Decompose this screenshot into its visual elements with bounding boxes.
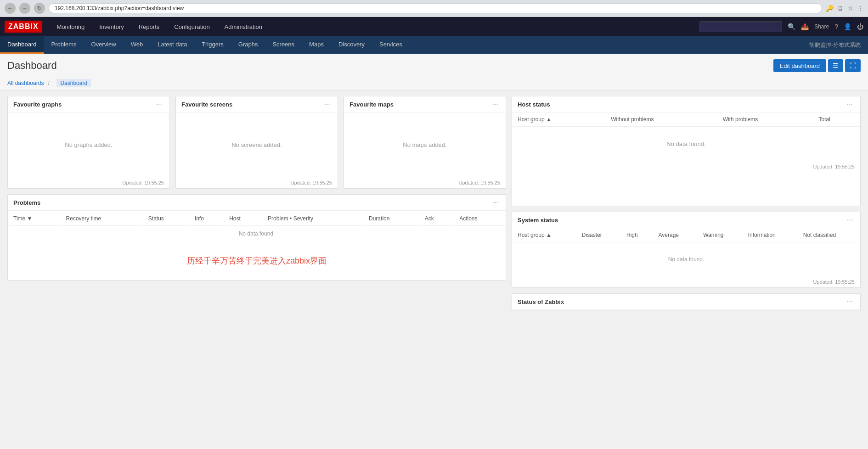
problems-widget: Problems ··· Time ▼ Recovery time Status [7,194,506,281]
star-icon[interactable]: ☆ [847,5,853,12]
sec-nav-services[interactable]: Services [372,36,410,54]
favourite-maps-body: No maps added. [344,112,506,177]
ss-col-high: High [621,228,653,242]
breadcrumb-separator: / [48,80,50,86]
fullscreen-button[interactable]: ⛶ [845,59,861,72]
system-status-header: System status ··· [512,212,860,228]
host-status-table: Host group ▲ Without problems With probl… [512,112,860,161]
sec-nav-right-text: 胡鹏监控-分布式系统 [809,41,868,49]
problems-menu[interactable]: ··· [490,198,500,207]
help-icon[interactable]: ? [834,23,838,30]
ss-col-average: Average [653,228,698,242]
host-status-no-data: No data found. [512,127,860,162]
page-header: Dashboard Edit dashboard ☰ ⛶ [0,54,868,76]
sec-nav-overview[interactable]: Overview [84,36,124,54]
col-ack: Ack [420,212,454,226]
ss-col-not-classified: Not classified [798,228,860,242]
system-status-widget: System status ··· Host group ▲ Disaster … [512,212,861,288]
sec-nav-web[interactable]: Web [124,36,151,54]
breadcrumb: All dashboards / Dashboard [0,76,868,90]
power-icon[interactable]: ⏻ [857,23,863,30]
search-icon[interactable]: 🔍 [788,23,795,30]
favourite-screens-menu[interactable]: ··· [322,100,332,108]
nav-inventory[interactable]: Inventory [92,19,131,35]
sec-nav-screens[interactable]: Screens [265,36,302,54]
ss-col-information: Information [743,228,798,242]
hs-col-without-problems: Without problems [605,112,717,127]
host-status-header: Host status ··· [512,96,860,112]
breadcrumb-all-dashboards[interactable]: All dashboards [7,80,44,86]
system-status-updated: Updated: 19:55:25 [512,276,860,287]
page-header-actions: Edit dashboard ☰ ⛶ [773,59,861,72]
share-icon[interactable]: 📤 [801,23,809,30]
nav-reports[interactable]: Reports [131,19,167,35]
forward-button[interactable]: → [19,3,30,14]
zabbix-logo: ZABBIX [5,21,42,33]
top-nav: ZABBIX Monitoring Inventory Reports Conf… [0,17,868,36]
zabbix-status-menu[interactable]: ··· [845,297,855,306]
favourite-screens-no-data: No screens added. [231,141,282,148]
share-label[interactable]: Share [814,23,829,30]
favourite-screens-widget: Favourite screens ··· No screens added. … [175,96,338,189]
favourite-screens-updated: Updated: 19:55:25 [176,177,338,188]
sec-nav: Dashboard Problems Overview Web Latest d… [0,36,868,54]
zabbix-status-widget: Status of Zabbix ··· [512,293,861,310]
nav-configuration[interactable]: Configuration [167,19,217,35]
favourite-maps-title: Favourite maps [349,101,394,108]
col-time[interactable]: Time ▼ [9,212,61,226]
problems-title: Problems [13,199,40,206]
hs-col-host-group[interactable]: Host group ▲ [512,112,605,127]
dashboard-content: Favourite graphs ··· No graphs added. Up… [0,90,868,316]
nav-administration[interactable]: Administration [217,19,270,35]
url-bar[interactable]: 192.168.200.133/zabbix.php?action=dashbo… [49,3,822,13]
host-status-title: Host status [518,101,550,108]
favourite-graphs-updated: Updated: 19:55:25 [8,177,169,188]
nav-monitoring[interactable]: Monitoring [50,19,92,35]
problems-header: Problems ··· [8,195,506,211]
sec-nav-maps[interactable]: Maps [302,36,331,54]
edit-dashboard-button[interactable]: Edit dashboard [773,59,826,72]
favourite-maps-no-data: No maps added. [403,141,446,148]
browser-bar: ← → ↻ 192.168.200.133/zabbix.php?action=… [0,0,868,17]
favourite-maps-menu[interactable]: ··· [490,100,500,108]
sec-nav-discovery[interactable]: Discovery [331,36,372,54]
ss-col-host-group[interactable]: Host group ▲ [512,228,576,242]
monitor-icon: 🖥 [837,5,844,12]
favourite-graphs-no-data: No graphs added. [65,141,112,148]
favourite-screens-header: Favourite screens ··· [176,96,338,112]
user-icon[interactable]: 👤 [844,23,851,30]
top-nav-items: Monitoring Inventory Reports Configurati… [50,19,700,35]
sec-nav-dashboard[interactable]: Dashboard [0,36,44,54]
sec-nav-problems[interactable]: Problems [44,36,84,54]
system-status-no-data: No data found. [512,242,860,277]
breadcrumb-current: Dashboard [56,79,91,87]
favourite-maps-widget: Favourite maps ··· No maps added. Update… [344,96,506,189]
top-widgets-row: Favourite graphs ··· No graphs added. Up… [7,96,506,189]
sec-nav-triggers[interactable]: Triggers [195,36,231,54]
dashboard-left: Favourite graphs ··· No graphs added. Up… [7,96,506,310]
favourite-graphs-body: No graphs added. [8,112,169,177]
menu-icon[interactable]: ⋮ [857,5,863,12]
browser-icons: 🔑 🖥 ☆ ⋮ [826,5,863,12]
col-actions: Actions [455,212,505,226]
sec-nav-latest-data[interactable]: Latest data [150,36,194,54]
hs-col-with-problems: With problems [717,112,813,127]
system-status-menu[interactable]: ··· [845,216,855,224]
host-status-menu[interactable]: ··· [845,100,855,108]
hs-col-total: Total [813,112,860,127]
favourite-screens-title: Favourite screens [181,101,232,108]
refresh-button[interactable]: ↻ [34,3,45,14]
list-view-button[interactable]: ☰ [828,59,843,72]
host-status-updated: Updated: 19:55:25 [512,161,860,172]
favourite-maps-header: Favourite maps ··· [344,96,506,112]
problems-no-data: No data found. [9,227,505,241]
back-button[interactable]: ← [5,3,16,14]
system-status-table: Host group ▲ Disaster High Average Warni… [512,228,860,276]
dashboard-right: Host status ··· Host group ▲ Without pro… [512,96,861,310]
sec-nav-graphs[interactable]: Graphs [231,36,265,54]
favourite-graphs-header: Favourite graphs ··· [8,96,169,112]
page-title: Dashboard [7,60,57,72]
col-recovery-time[interactable]: Recovery time [62,212,143,226]
favourite-graphs-menu[interactable]: ··· [154,100,164,108]
search-input[interactable] [699,21,782,32]
